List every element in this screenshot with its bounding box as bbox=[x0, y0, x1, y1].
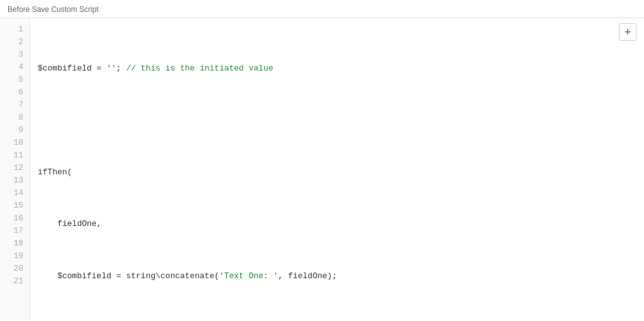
line-num-18: 18 bbox=[0, 237, 30, 250]
code-kw: ifThen( bbox=[38, 166, 72, 179]
code-line-3: ifThen( bbox=[38, 166, 636, 179]
line-num-9: 9 bbox=[0, 124, 30, 137]
line-num-13: 13 bbox=[0, 174, 30, 187]
code-comma: , fieldOne); bbox=[278, 270, 337, 283]
line-num-10: 10 bbox=[0, 137, 30, 149]
code-var: $combifield = bbox=[38, 62, 106, 76]
line-num-7: 7 bbox=[0, 99, 30, 111]
line-num-17: 17 bbox=[0, 225, 30, 237]
code-line-1: $combifield = ''; // this is the initiat… bbox=[38, 62, 636, 75]
line-num-14: 14 bbox=[0, 187, 30, 200]
code-editor[interactable]: 1 2 3 4 5 6 7 8 9 10 11 12 13 14 15 16 1… bbox=[0, 18, 644, 320]
code-content[interactable]: $combifield = ''; // this is the initiat… bbox=[30, 18, 644, 320]
code-line-5: $combifield = string\concatenate('Text O… bbox=[38, 270, 636, 283]
line-num-6: 6 bbox=[0, 86, 30, 99]
code-line-4: fieldOne, bbox=[38, 218, 636, 231]
line-num-16: 16 bbox=[0, 212, 30, 225]
plus-icon: + bbox=[625, 26, 631, 39]
line-num-3: 3 bbox=[0, 48, 30, 61]
code-indent: $combifield = string\concatenate( bbox=[38, 270, 219, 283]
line-num-15: 15 bbox=[0, 200, 30, 212]
line-num-20: 20 bbox=[0, 262, 30, 275]
line-num-2: 2 bbox=[0, 36, 30, 48]
line-num-11: 11 bbox=[0, 149, 30, 162]
code-str-2: 'Text One: ' bbox=[219, 270, 279, 283]
line-num-4: 4 bbox=[0, 61, 30, 74]
header: Before Save Custom Script bbox=[0, 0, 644, 18]
header-title: Before Save Custom Script bbox=[8, 5, 99, 14]
code-line-2 bbox=[38, 115, 636, 127]
line-num-19: 19 bbox=[0, 250, 30, 262]
line-num-1: 1 bbox=[0, 23, 30, 36]
code-field: fieldOne, bbox=[38, 218, 101, 231]
code-comment: // this is the initiated value bbox=[126, 62, 273, 76]
line-num-12: 12 bbox=[0, 162, 30, 174]
code-punct: ; bbox=[116, 62, 126, 76]
code-str: '' bbox=[106, 62, 116, 76]
line-num-8: 8 bbox=[0, 111, 30, 124]
add-button[interactable]: + bbox=[619, 23, 636, 41]
line-num-5: 5 bbox=[0, 74, 30, 86]
line-num-21: 21 bbox=[0, 275, 30, 288]
line-numbers: 1 2 3 4 5 6 7 8 9 10 11 12 13 14 15 16 1… bbox=[0, 18, 30, 320]
